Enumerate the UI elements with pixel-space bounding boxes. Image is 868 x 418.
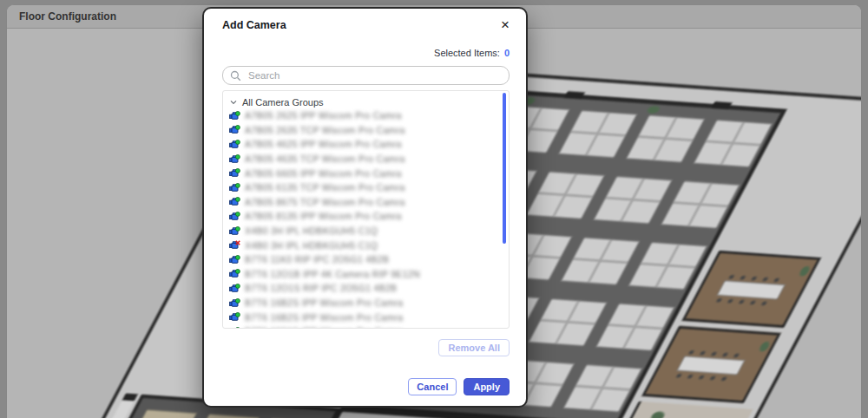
camera-online-icon [229, 168, 240, 178]
modal-titlebar: Add Camera × [222, 19, 510, 31]
scrollbar-thumb[interactable] [503, 93, 506, 244]
camera-online-icon [229, 226, 240, 236]
camera-online-icon [229, 111, 240, 121]
camera-offline-icon [229, 240, 240, 250]
camera-label: A7B05 8675 TCP Wiscom Pro Camra [245, 197, 405, 207]
remove-all-button[interactable]: Remove All [438, 339, 510, 356]
camera-list-item[interactable]: B7T6 16B2S IPP Wiscom Pro Camra [229, 296, 509, 310]
modal-footer: Cancel Apply [222, 378, 510, 395]
camera-label: B7T6 12O1B IPP 4K Camera RIP 9E12N [245, 269, 420, 279]
camera-list-item[interactable]: A7B05 8675 TCP Wiscom Pro Camra [229, 195, 509, 210]
chevron-down-icon [229, 98, 238, 107]
camera-list-item[interactable]: A7B05 8135 IPP Wiscom Pro Camra [229, 209, 509, 224]
search-box[interactable] [222, 66, 510, 85]
camera-label: B7T6 16B2S IPP Wiscom Pro Camra [245, 312, 403, 323]
camera-list-item[interactable]: A7B05 2635 TCP Wiscom Pro Camra [229, 123, 509, 138]
apply-button[interactable]: Apply [464, 378, 510, 395]
camera-list-item[interactable]: A7B05 4635 TCP Wiscom Pro Camra [229, 152, 509, 167]
camera-label: A7B05 4635 TCP Wiscom Pro Camra [245, 153, 405, 164]
camera-list-item[interactable]: X4B0 3H IPL HDBKGUH5 C1Q [229, 238, 509, 252]
camera-online-icon [229, 212, 240, 221]
camera-label: A7B05 4625 IPP Wiscom Pro Camra [245, 139, 402, 149]
camera-online-icon [229, 125, 240, 134]
add-camera-modal: Add Camera × Selected Items:0 All Camera… [202, 7, 528, 408]
camera-list-item[interactable]: A7B05 2625 IPP Wiscom Pro Camra [229, 108, 509, 123]
remove-all-row: Remove All [222, 339, 510, 356]
selected-items-label: Selected Items: [434, 48, 500, 58]
search-input[interactable] [247, 69, 502, 82]
close-icon[interactable]: × [501, 19, 510, 31]
camera-list-items: A7B05 2625 IPP Wiscom Pro CamraA7B05 263… [229, 108, 509, 329]
modal-title: Add Camera [222, 19, 286, 31]
camera-label: A7B05 8135 IPP Wiscom Pro Camra [245, 211, 402, 221]
tree-root-row[interactable]: All Camera Groups [229, 95, 509, 108]
search-icon [230, 70, 241, 82]
camera-list-item[interactable]: B7T6 16S1S IPP Wiscom Pro Camra [229, 324, 509, 329]
camera-online-icon [229, 154, 240, 164]
camera-list-item[interactable]: B7T6 16B2S IPP Wiscom Pro Camra [229, 310, 509, 324]
camera-label: B7T6 12O1S RIP IPC 2O5G1 4B2B [245, 283, 397, 293]
selected-items-count: 0 [504, 48, 510, 58]
camera-list-item[interactable]: A7B05 6605 IPP Wiscom Pro Camra [229, 166, 509, 180]
camera-label: B7T6 16S1S IPP Wiscom Pro Camra [245, 326, 403, 329]
camera-list-item[interactable]: X4B0 3H IPL HDBKGUH5 C1Q [229, 224, 509, 238]
camera-online-icon [229, 298, 240, 308]
camera-online-icon [229, 327, 240, 329]
camera-online-icon [229, 140, 240, 149]
selected-items-row: Selected Items:0 [222, 48, 510, 58]
camera-online-icon [229, 183, 240, 193]
camera-tree-list[interactable]: All Camera Groups A7B05 2625 IPP Wiscom … [222, 90, 510, 329]
tree-root-label: All Camera Groups [242, 97, 324, 108]
camera-list-item[interactable]: A7B05 4625 IPP Wiscom Pro Camra [229, 137, 509, 152]
camera-label: X4B0 3H IPL HDBKGUH5 C1Q [245, 225, 378, 236]
camera-online-icon [229, 255, 240, 265]
camera-list-item[interactable]: B7T6 12O1B IPP 4K Camera RIP 9E12N [229, 267, 509, 282]
camera-label: A7B05 2625 IPP Wiscom Pro Camra [245, 110, 402, 121]
camera-label: A7B05 2635 TCP Wiscom Pro Camra [245, 125, 405, 135]
camera-label: B7T6 16B2S IPP Wiscom Pro Camra [245, 297, 403, 308]
camera-label: B7T6 11K0 RIP IPC 2O5G1 4B2B [245, 254, 389, 265]
camera-online-icon [229, 197, 240, 206]
camera-label: A7B05 6605 IPP Wiscom Pro Camra [245, 168, 402, 179]
camera-online-icon [229, 312, 240, 322]
camera-online-icon [229, 284, 240, 293]
camera-online-icon [229, 269, 240, 278]
camera-list-item[interactable]: B7T6 11K0 RIP IPC 2O5G1 4B2B [229, 252, 509, 267]
camera-label: A7B05 6135 TCP Wiscom Pro Camra [245, 182, 405, 193]
cancel-button[interactable]: Cancel [408, 378, 457, 395]
camera-list-item[interactable]: A7B05 6135 TCP Wiscom Pro Camra [229, 180, 509, 195]
camera-list-item[interactable]: B7T6 12O1S RIP IPC 2O5G1 4B2B [229, 281, 509, 296]
camera-label: X4B0 3H IPL HDBKGUH5 C1Q [245, 240, 378, 251]
